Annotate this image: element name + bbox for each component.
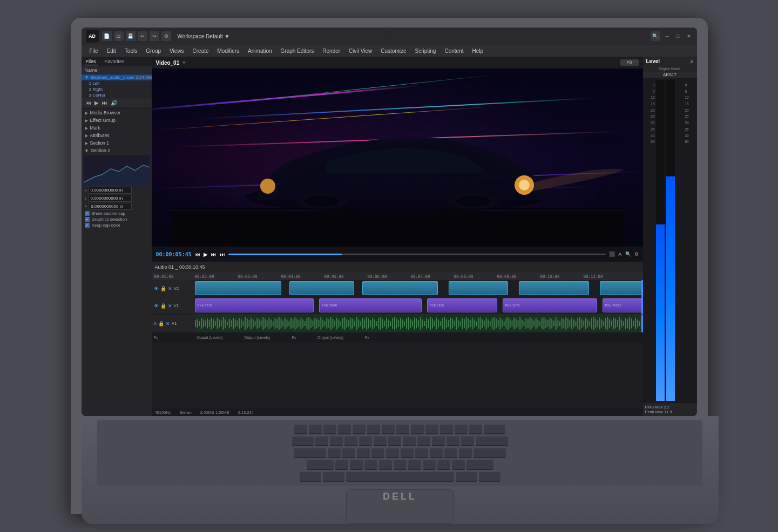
clip-v1-4[interactable]: PXK 5278: [503, 298, 597, 312]
transport-prev[interactable]: ⏮: [86, 100, 91, 106]
track-v2-content[interactable]: [195, 280, 643, 297]
clip-v1-3[interactable]: PXK 3210: [427, 298, 497, 312]
eye-icon[interactable]: 👁: [154, 303, 159, 309]
key[interactable]: [388, 436, 401, 446]
menu-tools[interactable]: Tools: [121, 47, 141, 55]
input-y-field[interactable]: [89, 195, 132, 202]
key[interactable]: [338, 425, 351, 434]
key[interactable]: [411, 425, 424, 434]
restore-button[interactable]: □: [674, 32, 682, 40]
menu-scripting[interactable]: Scripting: [411, 47, 440, 55]
minimize-button[interactable]: ─: [664, 32, 671, 40]
open-icon[interactable]: 🗂: [114, 31, 124, 41]
settings-icon[interactable]: ⚙: [161, 31, 171, 41]
menu-views[interactable]: Views: [166, 47, 188, 55]
key[interactable]: [344, 436, 357, 446]
key[interactable]: [309, 425, 322, 434]
key[interactable]: [461, 436, 474, 446]
checkbox-section-cap[interactable]: ✓ Show section cap: [82, 210, 152, 216]
key[interactable]: [417, 436, 430, 446]
undo-icon[interactable]: ↩: [138, 31, 147, 41]
close-button[interactable]: ✕: [685, 32, 693, 40]
key-ctrl[interactable]: [300, 472, 321, 482]
key[interactable]: [323, 425, 336, 434]
play-btn[interactable]: ▶: [204, 251, 208, 257]
tab-favorites[interactable]: Favorites: [103, 58, 127, 65]
key[interactable]: [469, 425, 482, 434]
key[interactable]: [408, 460, 421, 470]
clip-v1-2[interactable]: PXK 76M0: [319, 298, 422, 312]
key[interactable]: [484, 425, 505, 434]
tree-effect-group[interactable]: ▶ Effect Group: [82, 117, 152, 124]
transport-next[interactable]: ⏭: [102, 100, 107, 106]
checkbox-keep-cap[interactable]: ✓ Keep cap color: [82, 222, 152, 228]
key[interactable]: [294, 425, 307, 434]
eye-icon[interactable]: 👁: [154, 286, 159, 291]
tree-attributes[interactable]: ▶ Attributes: [82, 132, 152, 139]
key[interactable]: [330, 436, 343, 446]
key[interactable]: [476, 436, 508, 446]
prev-btn[interactable]: ⏮: [195, 251, 200, 257]
clip-v2-6[interactable]: [600, 281, 643, 295]
snap-btn[interactable]: ⬛: [609, 251, 615, 257]
tree-mark[interactable]: ▶ Mark: [82, 124, 152, 132]
clip-v2-1[interactable]: [195, 281, 281, 295]
settings-ctrl-btn[interactable]: ⚙: [634, 251, 639, 257]
workspace-label[interactable]: Workspace Default ▼: [178, 33, 230, 39]
tree-section1[interactable]: ▶ Section 1: [82, 139, 152, 147]
key[interactable]: [364, 460, 377, 470]
key[interactable]: [328, 448, 341, 458]
clip-v1-1[interactable]: PXK 3718: [195, 298, 314, 312]
clip-v2-4[interactable]: [449, 281, 508, 295]
progress-bar[interactable]: [228, 254, 606, 255]
clip-v2-3[interactable]: [362, 281, 438, 295]
key[interactable]: [374, 436, 387, 446]
input-x-field[interactable]: [89, 187, 132, 194]
search-icon[interactable]: 🔍: [651, 31, 660, 41]
key[interactable]: [432, 436, 445, 446]
key[interactable]: [455, 425, 468, 434]
key-shift-r[interactable]: [466, 460, 493, 470]
tree-section2[interactable]: ▼ Section 2: [82, 147, 152, 154]
clip-v2-2[interactable]: [289, 281, 354, 295]
lock-icon[interactable]: 🔒: [158, 321, 164, 326]
key[interactable]: [425, 425, 438, 434]
key-shift-l[interactable]: [307, 460, 334, 470]
track-fx-content[interactable]: Output (Levels) Output (Levels) Fx Outpu…: [195, 333, 643, 342]
key[interactable]: [379, 460, 392, 470]
key[interactable]: [367, 425, 380, 434]
menu-help[interactable]: Help: [468, 47, 487, 55]
sub-left[interactable]: 1 Left: [82, 80, 152, 86]
text-btn[interactable]: A: [618, 251, 621, 257]
zoom-btn[interactable]: 🔍: [625, 251, 631, 257]
key[interactable]: [459, 448, 472, 458]
key[interactable]: [342, 448, 355, 458]
menu-animation[interactable]: Animation: [244, 47, 275, 55]
track-v1-content[interactable]: PXK 3718 PXK 76M0 PXK 3210: [195, 297, 643, 314]
eye-icon[interactable]: A: [154, 321, 157, 326]
sub-center[interactable]: 3 Center: [82, 92, 152, 98]
transport-play[interactable]: ▶: [94, 100, 99, 106]
key[interactable]: [371, 448, 384, 458]
menu-create[interactable]: Create: [189, 47, 213, 55]
key[interactable]: [430, 448, 443, 458]
tree-media-browser[interactable]: ▶ Media Browser: [82, 109, 152, 117]
transport-speaker[interactable]: 🔊: [111, 100, 117, 106]
key-alt[interactable]: [323, 472, 344, 482]
clip-v1-5[interactable]: PXK 76222: [603, 298, 643, 312]
next-btn[interactable]: ⏭: [211, 251, 217, 257]
key[interactable]: [437, 460, 450, 470]
menu-customize[interactable]: Customize: [377, 47, 410, 55]
key[interactable]: [350, 460, 363, 470]
key[interactable]: [335, 460, 348, 470]
key[interactable]: [353, 425, 366, 434]
key-caps[interactable]: [294, 448, 326, 458]
next2-btn[interactable]: ⏭: [220, 251, 225, 257]
solo-icon[interactable]: ✕: [166, 321, 170, 326]
menu-render[interactable]: Render: [319, 47, 344, 55]
new-file-icon[interactable]: 📄: [102, 31, 112, 41]
key[interactable]: [292, 436, 314, 446]
key-enter[interactable]: [473, 448, 506, 458]
lock-icon[interactable]: 🔒: [160, 303, 166, 309]
menu-group[interactable]: Group: [142, 47, 165, 55]
